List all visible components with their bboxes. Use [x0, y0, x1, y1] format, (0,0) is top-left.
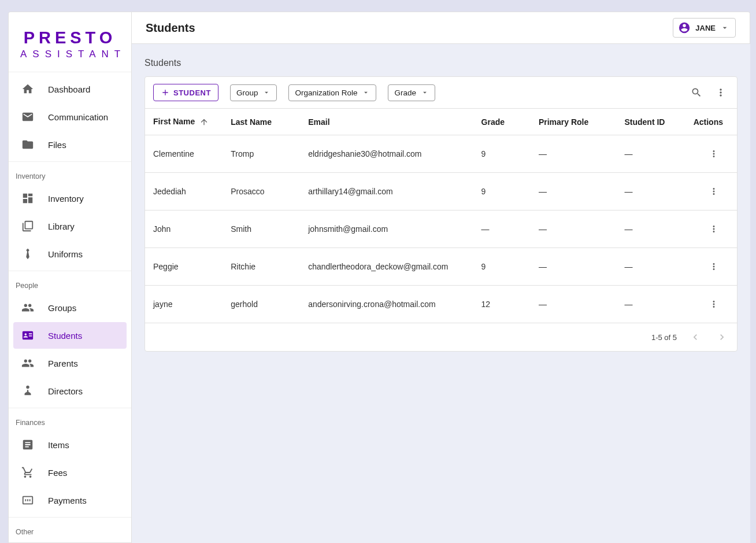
cell-email: eldridgeshanie30@hotmail.com	[300, 135, 473, 173]
more-vert-icon	[709, 299, 719, 309]
section-title: Students	[144, 58, 738, 68]
sidebar-item-label: Payments	[48, 496, 87, 505]
row-more-button[interactable]	[707, 222, 721, 236]
cell-grade: 12	[473, 286, 531, 323]
logo: PRESTO ASSISTANT	[9, 12, 131, 72]
cell-primary-role: —	[531, 173, 617, 210]
sidebar-item-dashboard[interactable]: Dashboard	[13, 76, 127, 102]
cell-primary-role: —	[531, 135, 617, 173]
sidebar-item-label: Dashboard	[48, 84, 90, 94]
prev-page-button[interactable]	[687, 329, 703, 345]
next-page-button[interactable]	[714, 329, 730, 345]
cell-last-name: gerhold	[223, 286, 300, 323]
cart-icon	[21, 466, 34, 479]
col-student-id[interactable]: Student ID	[616, 109, 685, 135]
add-student-button[interactable]: STUDENT	[153, 84, 218, 101]
toolbar-more-button[interactable]	[713, 84, 729, 101]
cell-grade: 9	[473, 135, 531, 173]
col-last-name[interactable]: Last Name	[223, 109, 300, 135]
table-row[interactable]: ClementineTrompeldridgeshanie30@hotmail.…	[145, 135, 737, 173]
table-row[interactable]: jaynegerholdandersonirving.crona@hotmail…	[145, 286, 737, 323]
col-first-name[interactable]: First Name	[145, 109, 223, 135]
filter-grade[interactable]: Grade	[388, 84, 435, 101]
add-student-label: STUDENT	[173, 88, 211, 97]
cell-actions	[685, 173, 737, 210]
sidebar-item-label: Files	[48, 140, 66, 150]
table-row[interactable]: JedediahProsaccoarthillary14@gmail.com9—…	[145, 173, 737, 210]
more-vert-icon	[709, 224, 719, 234]
library-icon	[21, 220, 34, 232]
cell-student-id: —	[616, 210, 685, 248]
nav-header-finances: Finances	[9, 411, 131, 430]
row-more-button[interactable]	[707, 184, 721, 198]
cell-grade: 9	[473, 248, 531, 286]
sidebar-item-parents[interactable]: Parents	[13, 350, 127, 376]
cell-last-name: Prosacco	[223, 173, 300, 210]
sidebar-item-uniforms[interactable]: Uniforms	[13, 241, 127, 267]
table-row[interactable]: PeggieRitchiechandlertheodora_deckow@gma…	[145, 248, 737, 286]
people-icon	[21, 357, 34, 370]
sidebar: PRESTO ASSISTANT Dashboard Communication	[8, 12, 132, 543]
filter-group[interactable]: Group	[230, 84, 277, 101]
table-row[interactable]: JohnSmithjohnsmith@gmail.com———	[145, 210, 737, 248]
page-title: Students	[146, 21, 195, 35]
more-vert-icon	[709, 186, 719, 197]
sidebar-item-payments[interactable]: Payments	[13, 487, 127, 514]
row-more-button[interactable]	[707, 147, 721, 161]
logo-main: PRESTO	[20, 28, 120, 47]
sort-asc-icon	[199, 117, 209, 127]
filter-label: Group	[236, 88, 258, 97]
col-primary-role[interactable]: Primary Role	[531, 109, 617, 135]
cell-first-name: Peggie	[145, 248, 223, 286]
search-icon	[691, 87, 702, 98]
cell-email: johnsmith@gmail.com	[300, 210, 473, 248]
chevron-down-icon	[720, 23, 729, 32]
sidebar-item-inventory[interactable]: Inventory	[13, 185, 127, 212]
sidebar-item-label: Students	[48, 331, 82, 341]
user-menu[interactable]: JANE	[673, 18, 736, 38]
sidebar-item-library[interactable]: Library	[13, 213, 127, 239]
col-email[interactable]: Email	[300, 109, 473, 135]
avatar-icon	[678, 21, 691, 34]
sidebar-item-feedback[interactable]: Feedback	[13, 541, 127, 543]
cell-primary-role: —	[531, 248, 617, 286]
groups-icon	[21, 301, 34, 314]
sidebar-item-files[interactable]: Files	[13, 131, 127, 158]
cell-first-name: jayne	[145, 286, 223, 323]
col-grade[interactable]: Grade	[473, 109, 531, 135]
search-button[interactable]	[688, 84, 705, 101]
students-card: STUDENT Group Organization Role Grade	[144, 76, 738, 352]
cell-email: andersonirving.crona@hotmail.com	[300, 286, 473, 323]
nav-header-people: People	[9, 274, 131, 293]
sidebar-item-label: Directors	[48, 386, 83, 396]
sidebar-item-label: Groups	[48, 303, 76, 313]
row-more-button[interactable]	[707, 297, 721, 311]
person-tie-icon	[21, 385, 34, 397]
sidebar-item-items[interactable]: Items	[13, 431, 127, 458]
sidebar-item-communication[interactable]: Communication	[13, 104, 127, 130]
logo-sub: ASSISTANT	[20, 49, 120, 60]
sidebar-item-label: Uniforms	[48, 249, 83, 259]
row-more-button[interactable]	[707, 260, 721, 274]
more-vert-icon	[709, 261, 719, 272]
user-name: JANE	[695, 24, 716, 32]
sidebar-item-label: Items	[48, 440, 69, 450]
cell-last-name: Tromp	[223, 135, 300, 173]
cell-actions	[685, 248, 737, 286]
home-icon	[21, 83, 34, 95]
more-vert-icon	[715, 87, 727, 98]
cell-grade: 9	[473, 173, 531, 210]
cell-student-id: —	[616, 135, 685, 173]
sidebar-item-fees[interactable]: Fees	[13, 459, 127, 486]
table-footer: 1-5 of 5	[145, 323, 737, 351]
sidebar-item-groups[interactable]: Groups	[13, 294, 127, 321]
more-vert-icon	[709, 149, 719, 159]
nav-header-inventory: Inventory	[9, 164, 131, 184]
col-actions: Actions	[685, 109, 737, 135]
sidebar-item-students[interactable]: Students	[13, 322, 127, 349]
filter-organization-role[interactable]: Organization Role	[288, 84, 376, 101]
sidebar-item-directors[interactable]: Directors	[13, 378, 127, 404]
cell-actions	[685, 286, 737, 323]
widgets-icon	[21, 192, 34, 205]
cell-grade: —	[473, 210, 531, 248]
